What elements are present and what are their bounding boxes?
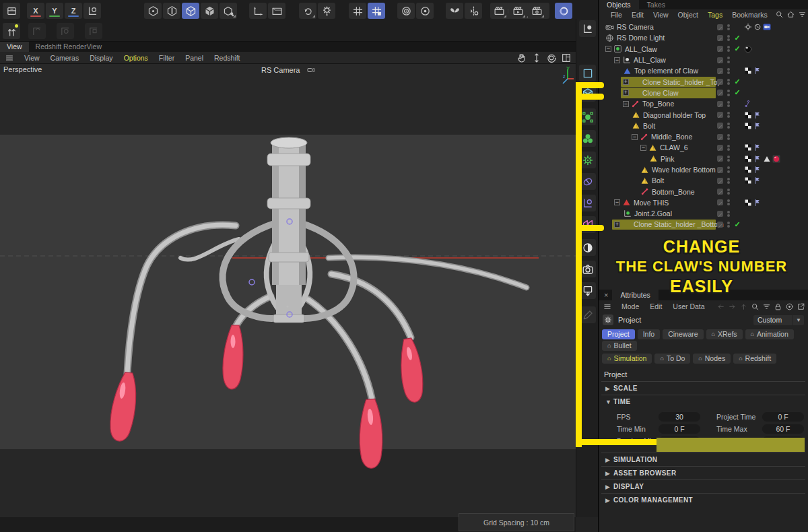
tri-white-tag-icon[interactable] xyxy=(763,155,771,163)
layer-toggle[interactable] xyxy=(717,178,723,184)
layer-toggle[interactable] xyxy=(717,68,723,74)
layer-toggle[interactable] xyxy=(717,145,723,151)
coord-tool-disabled-3[interactable] xyxy=(85,23,102,39)
collapse-icon[interactable]: − xyxy=(614,199,620,205)
file-cabinet-button[interactable] xyxy=(3,3,20,19)
mat-red-tag-icon[interactable] xyxy=(772,155,780,163)
coordinate-system-button[interactable] xyxy=(83,3,101,19)
sphere-black-tag-icon[interactable] xyxy=(744,45,752,53)
collapse-icon[interactable]: − xyxy=(632,134,638,140)
tree-row-joint-2-goal[interactable]: Joint.2.Goal xyxy=(599,208,808,219)
grid-button[interactable] xyxy=(349,3,366,19)
object-label[interactable]: Top element of Claw xyxy=(634,67,698,75)
checker-tag-icon[interactable] xyxy=(744,155,752,163)
layer-toggle[interactable] xyxy=(717,90,723,96)
axis-tool-icon[interactable] xyxy=(579,20,596,37)
attributes-menu-mode[interactable]: Mode xyxy=(616,302,644,310)
collapse-icon[interactable]: − xyxy=(640,145,646,151)
hand-icon[interactable] xyxy=(516,53,527,63)
home-icon[interactable] xyxy=(786,10,795,19)
dolly-icon[interactable] xyxy=(531,53,542,63)
tree-row-top-bone[interactable]: −Top_Bone xyxy=(599,98,808,109)
section-time[interactable]: ▼ TIME xyxy=(601,395,805,408)
camera-blue-tag-icon[interactable] xyxy=(763,23,771,31)
object-label[interactable]: Diagonal holder Top xyxy=(643,111,706,119)
tree-row-bolt[interactable]: Bolt xyxy=(599,175,808,186)
tree-row-clone-claw[interactable]: +Clone Claw✓ xyxy=(599,88,808,98)
flag-tag-icon[interactable] xyxy=(753,143,762,152)
tree-row-rs-camera[interactable]: RS Camera xyxy=(599,22,808,32)
layer-toggle[interactable] xyxy=(717,112,723,118)
layer-toggle[interactable] xyxy=(717,123,723,129)
section-color-management[interactable]: ▶COLOR MANAGEMENT xyxy=(601,493,805,506)
layer-toggle[interactable] xyxy=(717,134,723,140)
pyramid-red-icon[interactable] xyxy=(622,198,631,207)
object-mode-button[interactable] xyxy=(220,3,237,19)
pyramid-yellow-icon[interactable] xyxy=(640,176,649,185)
tree-row-all-claw[interactable]: −ALL_Claw xyxy=(599,55,808,65)
object-label[interactable]: Pink xyxy=(661,155,674,163)
viewport-menu-view[interactable]: View xyxy=(19,54,45,62)
plane-primitive-icon[interactable] xyxy=(579,65,596,81)
checker-tag-icon[interactable] xyxy=(744,166,752,174)
visibility-dots[interactable] xyxy=(727,111,731,118)
object-manager-menu-tags[interactable]: Tags xyxy=(703,11,727,19)
object-label[interactable]: CLAW_6 xyxy=(660,143,688,152)
attributes-menu-edit[interactable]: Edit xyxy=(644,302,667,310)
crosshair-tag-icon[interactable] xyxy=(744,23,752,31)
attributes-tab-bullet[interactable]: ⌂Bullet xyxy=(602,341,637,351)
arrow-left-icon[interactable] xyxy=(716,302,725,311)
layer-toggle[interactable] xyxy=(717,199,723,205)
visibility-dots[interactable] xyxy=(727,199,731,206)
attributes-tab-nodes[interactable]: ⌂Nodes xyxy=(693,354,731,364)
mirror-button[interactable] xyxy=(465,3,482,19)
viewport-tab-redshift-renderview[interactable]: Redshift RenderView xyxy=(29,42,108,52)
viewport-menu-display[interactable]: Display xyxy=(84,54,118,62)
object-label[interactable]: ALL_Claw xyxy=(634,56,666,64)
layer-toggle[interactable] xyxy=(717,222,723,228)
layer-toggle[interactable] xyxy=(717,35,723,41)
preset-value[interactable]: Custom xyxy=(753,315,793,325)
viewport-3d[interactable]: Perspective RS Camera Y z xyxy=(0,64,576,517)
axis-mode-button[interactable] xyxy=(249,3,267,19)
orbit-icon[interactable] xyxy=(546,53,557,63)
target-dot-icon[interactable] xyxy=(785,302,794,311)
pyramid-blue-icon[interactable] xyxy=(623,67,632,75)
object-manager-menu-object[interactable]: Object xyxy=(673,11,703,19)
object-label[interactable]: Bolt xyxy=(652,176,664,185)
tree-row-all-claw[interactable]: −ALL_Claw✓ xyxy=(599,44,808,55)
visibility-dots[interactable] xyxy=(727,100,731,107)
tree-row-clone-static-holder-top[interactable]: +Clone Static_holder _Top✓ xyxy=(599,76,808,87)
render-settings-button[interactable] xyxy=(528,3,545,19)
flag-tag-icon[interactable] xyxy=(753,166,762,174)
flag-tag-icon[interactable] xyxy=(753,111,762,119)
visibility-dots[interactable] xyxy=(727,90,731,96)
visibility-dots[interactable] xyxy=(727,78,731,85)
visibility-dots[interactable] xyxy=(727,144,731,151)
pyramid-yellow-icon[interactable] xyxy=(649,154,658,163)
tree-row-claw-6[interactable]: −CLAW_6 xyxy=(599,142,808,153)
camera-obj-icon[interactable] xyxy=(605,23,614,32)
filter-icon[interactable] xyxy=(798,10,807,19)
object-label[interactable]: Clone Claw xyxy=(642,89,679,97)
target-dot-button[interactable] xyxy=(416,3,434,19)
section-scale[interactable]: ▶SCALE xyxy=(601,381,805,395)
layer-toggle[interactable] xyxy=(717,57,723,63)
visibility-dots[interactable] xyxy=(727,177,731,184)
reset-psr-button[interactable] xyxy=(299,3,316,19)
visibility-dots[interactable] xyxy=(727,34,731,41)
visibility-dots[interactable] xyxy=(727,133,731,140)
visibility-dots[interactable] xyxy=(727,57,731,63)
object-label[interactable]: Middle_Bone xyxy=(651,133,692,141)
maximize-icon[interactable] xyxy=(561,53,572,63)
attributes-tab-simulation[interactable]: ⌂Simulation xyxy=(602,354,652,364)
model-mode-button[interactable] xyxy=(201,3,218,19)
object-manager-menu-view[interactable]: View xyxy=(648,11,673,19)
flag-tag-icon[interactable] xyxy=(753,122,762,130)
swap-axes-button[interactable] xyxy=(3,23,20,39)
render-to-picture-button[interactable] xyxy=(509,3,527,19)
tree-row-bolt[interactable]: Bolt xyxy=(599,121,808,131)
object-label[interactable]: Clone Static_holder _Top xyxy=(642,78,721,86)
search-icon[interactable] xyxy=(751,302,760,311)
checker-tag-icon[interactable] xyxy=(744,199,752,207)
